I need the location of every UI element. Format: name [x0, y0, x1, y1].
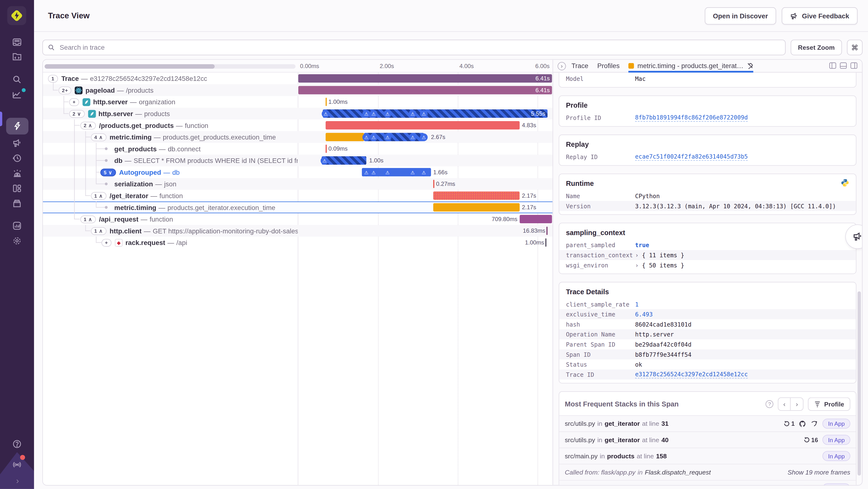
warning-icon[interactable]: ⚠ [383, 168, 391, 176]
span-row-rack-request[interactable]: + ◆ rack.request — /api 1.00ms [43, 237, 553, 249]
warning-icon[interactable]: ⚠ [370, 133, 377, 141]
sidebar-item-feedback[interactable] [6, 136, 28, 151]
give-feedback-button[interactable]: Give Feedback [782, 7, 858, 25]
open-in-discover-button[interactable]: Open in Discover [705, 7, 776, 25]
span-tick[interactable] [546, 238, 547, 247]
tab-profiles[interactable]: Profiles [597, 62, 620, 70]
shortcuts-button[interactable]: ⌘ [847, 39, 863, 55]
warning-icon[interactable]: ⚠ [409, 110, 416, 117]
sidebar-item-stats[interactable] [6, 87, 28, 102]
span-bar-missing-instrumentation[interactable] [322, 156, 366, 165]
sidebar-item-monitors[interactable] [6, 218, 28, 233]
help-icon[interactable] [6, 436, 28, 451]
warning-icon[interactable]: ⚠ [383, 133, 391, 141]
span-row-metric-timing-get-products[interactable]: 4 ∧ metric.timing — products.get_product… [43, 131, 553, 143]
replay-id-link[interactable]: ecae7c51f0024f2fa82e6314045d73b5 [635, 153, 748, 161]
span-bar-missing-instrumentation[interactable]: 5.55s [323, 109, 548, 118]
tree-horizontal-scrollbar[interactable] [44, 64, 296, 69]
span-row-metric-timing-get-iterator-selected[interactable]: metric.timing — products.get_iterator.ex… [43, 202, 553, 213]
show-more-frames-link[interactable]: Show 19 more frames [787, 469, 850, 476]
scrollbar-thumb[interactable] [44, 64, 215, 69]
span-row-trace[interactable]: 1 Trace — e31278c256524c3297e2cd12458e12… [43, 73, 553, 84]
search-input[interactable] [59, 43, 780, 52]
sidebar-item-settings[interactable] [6, 233, 28, 248]
expand-chevron-icon[interactable]: › [635, 262, 639, 269]
whats-new-icon[interactable] [6, 457, 28, 471]
transaction-context-row[interactable]: transaction_context › { 11 items } [559, 250, 856, 260]
pin-icon[interactable] [747, 62, 753, 69]
sidebar-item-dashboards[interactable] [6, 181, 28, 196]
span-expand-pill[interactable]: + [101, 239, 112, 247]
span-bar[interactable] [326, 133, 364, 141]
tab-span-active[interactable]: metric.timing - products.get_iterat… [628, 60, 753, 72]
warning-icon[interactable]: ⚠ [409, 133, 416, 141]
span-tick[interactable] [546, 227, 548, 235]
span-row-autogrouped-db[interactable]: 5 ∨ Autogrouped — db ⚠ ⚠ ⚠ ⚠ ⚠ 1. [43, 166, 553, 178]
sidebar-item-search[interactable] [6, 72, 28, 87]
warning-icon[interactable]: ⚠ [420, 133, 428, 141]
profile-id-link[interactable]: 8fb7bb1891994f8c862f206e8722009d [635, 114, 748, 122]
span-children-count-pill[interactable]: 4 ∧ [91, 133, 106, 141]
warning-icon[interactable]: ⚠ [370, 110, 377, 117]
sentry-logo[interactable] [7, 6, 26, 25]
help-circle-icon[interactable]: ? [766, 400, 774, 408]
span-bar[interactable]: 6.41s [298, 74, 552, 83]
span-children-count-pill[interactable]: 2+ [59, 86, 72, 94]
warning-icon[interactable]: ⚠ [420, 110, 428, 117]
dock-left-icon[interactable] [829, 62, 836, 69]
span-children-count-pill[interactable]: 2 ∨ [69, 110, 85, 117]
span-children-count-pill[interactable]: 1 ∧ [91, 192, 106, 199]
warning-icon[interactable]: ⚠ [362, 133, 370, 141]
wsgi-environ-row[interactable]: wsgi_environ › { 50 items } [559, 260, 856, 270]
next-stack-button[interactable]: › [791, 398, 803, 410]
stack-frame-row[interactable]: src/main.py in products at line 158 In A… [559, 448, 856, 464]
span-children-count-pill[interactable]: 1 [48, 75, 58, 82]
sidebar-item-issues[interactable] [6, 34, 28, 50]
stack-frame-row[interactable]: src/utils.py in get_iterator at line 40 … [559, 432, 856, 448]
warning-icon[interactable]: ⚠ [322, 110, 329, 117]
search-in-trace[interactable] [42, 39, 786, 55]
span-row-db-select[interactable]: db — SELECT * FROM products WHERE id IN … [43, 155, 553, 167]
sidebar-expand-icon[interactable]: › [15, 477, 19, 484]
span-row-http-client[interactable]: 1 ∧ http.client — GET https://applicatio… [43, 225, 553, 237]
reset-zoom-button[interactable]: Reset Zoom [791, 39, 842, 55]
warning-icon[interactable]: ⚠ [383, 110, 391, 117]
expand-chevron-icon[interactable]: › [635, 252, 639, 259]
span-row-serialization[interactable]: serialization — json 0.27ms [43, 178, 553, 190]
sidebar-item-releases[interactable] [6, 196, 28, 211]
span-tick[interactable] [326, 98, 327, 106]
sidebar-item-projects[interactable] [6, 50, 28, 65]
autogroup-count-pill[interactable]: 5 ∨ [100, 168, 116, 176]
span-bar[interactable]: 6.41s [298, 86, 552, 94]
sidebar-item-replays[interactable] [6, 151, 28, 166]
github-icon[interactable] [799, 420, 806, 427]
span-row-pageload[interactable]: 2+ pageload — /products 6.41s [43, 84, 553, 96]
stack-frame-row[interactable]: gunicorn in <module> at line 8 In App [559, 480, 856, 485]
span-children-count-pill[interactable]: 2 ∧ [80, 121, 96, 129]
drawer-scrollbar[interactable] [858, 291, 861, 476]
warning-icon[interactable]: ⚠ [420, 168, 428, 176]
span-children-count-pill[interactable]: 1 ∧ [80, 215, 96, 223]
stack-frame-called-from[interactable]: Called from: flask/app.py in Flask.dispa… [559, 464, 856, 480]
warning-icon[interactable]: ⚠ [370, 168, 377, 176]
span-row-db-connect[interactable]: get_products — db.connect 0.09ms [43, 143, 553, 155]
span-bar[interactable] [520, 215, 552, 223]
warning-icon[interactable]: ⚠ [362, 168, 370, 176]
span-row-get-iterator-function[interactable]: 1 ∧ /get_iterator — function 2.17s [43, 190, 553, 202]
collapse-drawer-icon[interactable]: › [558, 62, 566, 70]
span-children-count-pill[interactable]: 1 ∧ [91, 227, 106, 235]
prev-stack-button[interactable]: ‹ [779, 398, 791, 410]
dock-bottom-icon[interactable] [840, 62, 847, 69]
warning-icon[interactable]: ⚠ [362, 110, 370, 117]
span-row-http-server-products[interactable]: 2 ∨ http.server — products 5.55s ⚠ ⚠ [43, 108, 553, 119]
dock-right-icon[interactable] [850, 62, 858, 69]
span-bar[interactable] [326, 121, 520, 130]
span-tick[interactable] [326, 145, 327, 153]
span-row-api-request-function[interactable]: 1 ∧ /api_request — function 709.80ms [43, 213, 553, 225]
open-profile-button[interactable]: Profile [808, 398, 850, 411]
span-row-http-server-organization[interactable]: + http.server — organization 1.00ms [43, 96, 553, 108]
tab-trace[interactable]: Trace [571, 62, 588, 70]
stack-frame-row[interactable]: src/utils.py in get_iterator at line 31 … [559, 415, 856, 432]
warning-icon[interactable]: ⚠ [321, 156, 329, 164]
span-bar[interactable] [433, 192, 520, 200]
